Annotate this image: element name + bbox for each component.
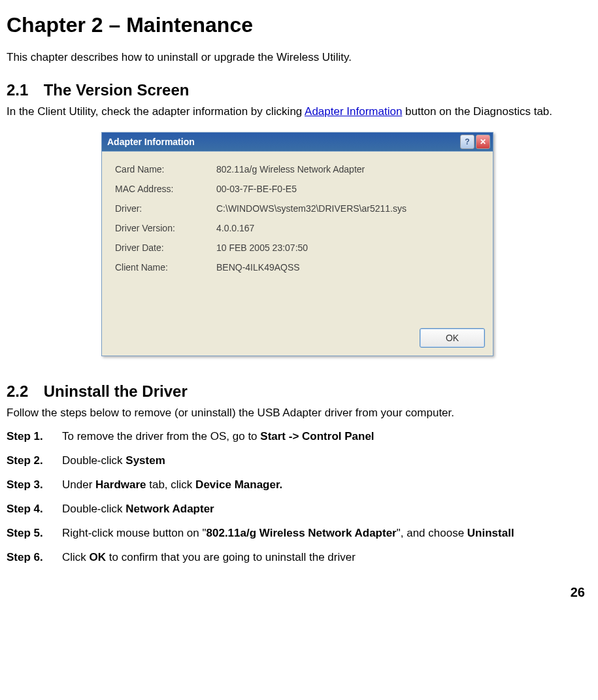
info-label: Driver: [115, 203, 216, 214]
step-text-before: Double-click [62, 503, 125, 515]
dialog-screenshot: Adapter Information ? ✕ Card Name: 802.1… [101, 132, 493, 356]
info-row: Driver Date: 10 FEB 2005 23:07:50 [115, 238, 482, 258]
info-value: 802.11a/g Wireless Network Adapter [216, 164, 482, 175]
help-icon[interactable]: ? [460, 135, 474, 149]
step-text-before: Under [62, 478, 95, 491]
step-text-mid: tab, click [146, 478, 196, 491]
info-row: Client Name: BENQ-4ILK49AQSS [115, 258, 482, 277]
dialog-body: Card Name: 802.11a/g Wireless Network Ad… [102, 152, 493, 323]
step-text: Right-click mouse button on "802.11a/g W… [62, 526, 588, 541]
step-text-bold: 802.11a/g Wireless Network Adapter [207, 527, 397, 539]
steps-list: Step 1. To remove the driver from the OS… [7, 429, 588, 565]
step-text-bold: Start -> Control Panel [260, 430, 374, 442]
step-text-after: to confirm that you are going to uninsta… [106, 551, 356, 563]
step-text-before: Right-click mouse button on " [62, 527, 207, 539]
page-number: 26 [7, 585, 588, 600]
section-number: 2.2 [7, 382, 39, 401]
step-label: Step 6. [7, 550, 62, 565]
info-row: MAC Address: 00-03-7F-BE-F0-E5 [115, 179, 482, 199]
info-label: Client Name: [115, 262, 216, 273]
ok-button[interactable]: OK [420, 328, 485, 348]
step-text: Double-click System [62, 454, 588, 469]
info-value: 00-03-7F-BE-F0-E5 [216, 184, 482, 194]
text-prefix: In the Client Utility, check the adapter… [7, 105, 305, 118]
step-text-before: Double-click [62, 454, 125, 467]
info-row: Driver: C:\WINDOWS\system32\DRIVERS\ar52… [115, 199, 482, 218]
step-label: Step 4. [7, 502, 62, 517]
step-label: Step 3. [7, 478, 62, 493]
step-row: Step 4. Double-click Network Adapter [7, 502, 588, 517]
step-label: Step 5. [7, 526, 62, 541]
step-label: Step 2. [7, 454, 62, 469]
info-value: BENQ-4ILK49AQSS [216, 262, 482, 273]
section-2-1-heading: 2.1 The Version Screen [7, 81, 588, 99]
section-2-2-heading: 2.2 Uninstall the Driver [7, 382, 588, 401]
step-text-before: To remove the driver from the OS, go to [62, 430, 260, 442]
dialog-spacer [115, 277, 482, 323]
intro-paragraph: This chapter describes how to uninstall … [7, 50, 588, 65]
step-text-before: Click [62, 551, 90, 563]
section-2-1-text: In the Client Utility, check the adapter… [7, 105, 588, 119]
step-text: Double-click Network Adapter [62, 502, 588, 517]
step-text-bold2: Device Manager. [195, 478, 282, 491]
step-text-mid: ", and choose [397, 527, 467, 539]
step-row: Step 3. Under Hardware tab, click Device… [7, 478, 588, 493]
section-number: 2.1 [7, 81, 39, 99]
step-text: To remove the driver from the OS, go to … [62, 429, 588, 444]
info-value: C:\WINDOWS\system32\DRIVERS\ar5211.sys [216, 203, 482, 214]
step-row: Step 6. Click OK to confirm that you are… [7, 550, 588, 565]
step-row: Step 2. Double-click System [7, 454, 588, 469]
info-row: Card Name: 802.11a/g Wireless Network Ad… [115, 159, 482, 179]
section-title: Uninstall the Driver [44, 382, 188, 400]
close-icon[interactable]: ✕ [476, 135, 490, 149]
dialog-titlebar: Adapter Information ? ✕ [102, 133, 493, 152]
step-label: Step 1. [7, 429, 62, 444]
info-label: MAC Address: [115, 184, 216, 194]
step-text-bold: System [125, 454, 165, 467]
text-suffix: button on the Diagnostics tab. [402, 105, 552, 118]
adapter-information-dialog: Adapter Information ? ✕ Card Name: 802.1… [101, 132, 493, 356]
info-value: 10 FEB 2005 23:07:50 [216, 242, 482, 253]
step-row: Step 1. To remove the driver from the OS… [7, 429, 588, 444]
dialog-title: Adapter Information [105, 137, 460, 147]
info-row: Driver Version: 4.0.0.167 [115, 218, 482, 238]
section-title: The Version Screen [44, 81, 190, 99]
dialog-footer: OK [102, 323, 493, 356]
adapter-information-link[interactable]: Adapter Information [305, 105, 402, 118]
section-2-2-intro: Follow the steps below to remove (or uni… [7, 406, 588, 420]
info-label: Card Name: [115, 164, 216, 175]
step-text-bold: Hardware [95, 478, 146, 491]
info-label: Driver Version: [115, 223, 216, 233]
step-text-bold: OK [90, 551, 107, 563]
step-text-bold: Network Adapter [125, 503, 214, 515]
info-value: 4.0.0.167 [216, 223, 482, 233]
step-text: Under Hardware tab, click Device Manager… [62, 478, 588, 493]
step-text: Click OK to confirm that you are going t… [62, 550, 588, 565]
chapter-title: Chapter 2 – Maintenance [7, 13, 588, 37]
step-row: Step 5. Right-click mouse button on "802… [7, 526, 588, 541]
info-label: Driver Date: [115, 242, 216, 253]
step-text-bold2: Uninstall [467, 527, 514, 539]
titlebar-buttons: ? ✕ [460, 135, 490, 149]
